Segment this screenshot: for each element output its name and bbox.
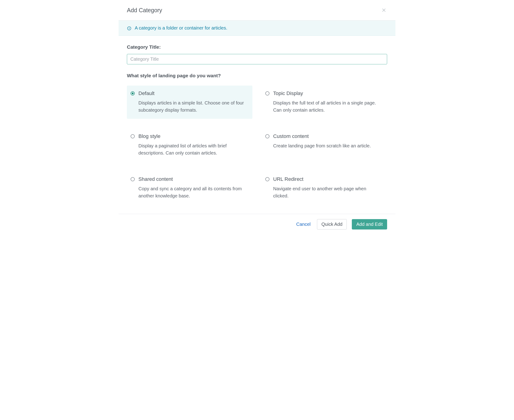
option-topic-display[interactable]: Topic Display Displays the full text of … (262, 86, 387, 119)
radio-icon (265, 91, 269, 96)
option-desc: Display a paginated list of articles wit… (138, 142, 248, 157)
cancel-button[interactable]: Cancel (295, 220, 312, 229)
option-default[interactable]: Default Displays articles in a simple li… (127, 86, 252, 119)
option-title: URL Redirect (273, 175, 383, 183)
option-desc: Navigate end user to another web page wh… (273, 185, 383, 200)
radio-icon (265, 134, 269, 138)
option-desc: Create landing page from scratch like an… (273, 142, 383, 150)
close-icon (382, 10, 386, 13)
option-custom-content[interactable]: Custom content Create landing page from … (262, 128, 387, 162)
option-title: Blog style (138, 133, 248, 140)
quick-add-button[interactable]: Quick Add (317, 219, 347, 230)
radio-icon (131, 91, 135, 96)
modal-header: Add Category (119, 0, 395, 21)
option-title: Custom content (273, 133, 383, 140)
close-button[interactable] (381, 7, 387, 13)
option-url-redirect[interactable]: URL Redirect Navigate end user to anothe… (262, 171, 387, 205)
radio-icon (265, 177, 269, 181)
modal-title: Add Category (127, 6, 162, 14)
option-title: Shared content (138, 175, 248, 183)
option-desc: Displays the full text of all articles i… (273, 99, 383, 114)
info-text: A category is a folder or container for … (135, 25, 227, 31)
option-title: Default (138, 90, 248, 97)
add-category-modal: Add Category A category is a folder or c… (119, 0, 395, 236)
modal-footer: Cancel Quick Add Add and Edit (119, 214, 395, 236)
add-and-edit-button[interactable]: Add and Edit (352, 219, 387, 230)
option-desc: Copy and sync a category and all its con… (138, 185, 248, 200)
option-shared-content[interactable]: Shared content Copy and sync a category … (127, 171, 252, 205)
radio-icon (131, 177, 135, 181)
info-icon (127, 26, 131, 30)
category-title-label: Category Title: (127, 44, 387, 51)
option-desc: Displays articles in a simple list. Choo… (138, 99, 248, 114)
landing-style-options: Default Displays articles in a simple li… (127, 86, 387, 205)
info-banner: A category is a folder or container for … (119, 21, 395, 36)
option-title: Topic Display (273, 90, 383, 97)
category-title-input[interactable] (127, 54, 387, 64)
modal-body: Category Title: What style of landing pa… (119, 36, 395, 214)
option-blog-style[interactable]: Blog style Display a paginated list of a… (127, 128, 252, 162)
landing-style-heading: What style of landing page do you want? (127, 72, 387, 79)
svg-point-4 (129, 27, 129, 28)
radio-icon (131, 134, 135, 138)
